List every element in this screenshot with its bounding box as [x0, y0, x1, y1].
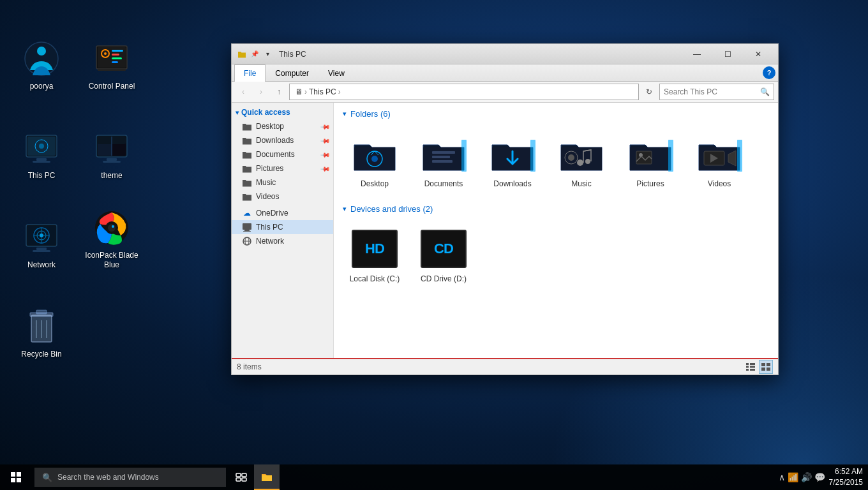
pin-icon4: 📌: [320, 163, 331, 174]
maximize-button[interactable]: ☐: [713, 45, 742, 64]
sidebar-desktop-label: Desktop: [256, 122, 284, 131]
sidebar-item-pictures[interactable]: Pictures 📌: [232, 161, 333, 175]
desktop-folder-icon: [242, 121, 252, 131]
sidebar-item-network[interactable]: Network: [232, 234, 333, 248]
details-view-button[interactable]: [744, 360, 758, 374]
tab-file[interactable]: File: [234, 64, 266, 82]
folder-item-videos[interactable]: Videos: [687, 125, 751, 194]
help-button[interactable]: ?: [763, 66, 775, 79]
tiles-view-button[interactable]: [759, 360, 773, 374]
sidebar-pictures-label: Pictures: [256, 164, 283, 173]
minimize-button[interactable]: —: [682, 45, 712, 64]
desktop-icon-iconpack[interactable]: IconPack Blade Blue: [77, 185, 147, 274]
videos-folder-label: Videos: [708, 179, 731, 188]
start-button[interactable]: [0, 464, 32, 490]
sidebar-downloads-label: Downloads: [256, 136, 294, 145]
sidebar-item-videos[interactable]: Videos: [232, 189, 333, 204]
drive-item-cd[interactable]: CD CD Drive (D:): [412, 220, 475, 289]
sidebar-item-this-pc[interactable]: This PC: [232, 220, 333, 234]
pin-icon3: 📌: [320, 149, 331, 160]
task-view-button[interactable]: [228, 464, 254, 490]
title-bar: 📌 ▾ This PC — ☐ ✕: [232, 44, 778, 64]
folders-header-label: Folders (6): [350, 109, 391, 119]
title-bar-quick-access: 📌 ▾: [237, 49, 273, 59]
pin-icon: 📌: [320, 121, 331, 131]
svg-point-5: [104, 52, 107, 55]
theme-svg: [94, 130, 130, 166]
svg-point-58: [585, 159, 590, 164]
drives-section-header[interactable]: ▾ Devices and drives (2): [343, 204, 769, 214]
volume-tray-icon[interactable]: 🔊: [801, 472, 812, 482]
svg-rect-77: [767, 368, 770, 371]
local-disk-img: HD: [352, 226, 398, 272]
main-area: ▾ Quick access Desktop 📌 Downloads 📌: [232, 103, 778, 358]
desktop-icon-theme[interactable]: theme: [77, 96, 147, 185]
poorya-svg: [24, 41, 59, 77]
desktop-icon-control-panel[interactable]: Control Panel: [77, 6, 147, 96]
desktop-icon-this-pc[interactable]: This PC: [6, 96, 77, 185]
svg-rect-68: [746, 363, 749, 365]
up-button[interactable]: ↑: [271, 84, 287, 100]
network-tray-icon[interactable]: 📶: [788, 472, 798, 482]
folder-item-documents[interactable]: Documents: [412, 125, 475, 194]
sidebar-quick-access-header[interactable]: ▾ Quick access: [232, 105, 333, 119]
desktop-icon-recycle-bin[interactable]: Recycle Bin: [6, 274, 77, 364]
taskbar-search-bar[interactable]: 🔍 Search the web and Windows: [34, 468, 226, 487]
search-box[interactable]: 🔍: [659, 84, 774, 100]
sidebar-item-onedrive[interactable]: ☁ OneDrive: [232, 206, 333, 220]
back-button[interactable]: ‹: [236, 84, 251, 100]
sidebar-item-downloads[interactable]: Downloads 📌: [232, 133, 333, 147]
drives-header-label: Devices and drives (2): [350, 204, 433, 214]
tray-up-arrow-icon[interactable]: ∧: [779, 472, 785, 482]
desktop-icon-poorya[interactable]: poorya: [6, 6, 77, 96]
recycle-bin-svg: [26, 308, 57, 346]
file-explorer-taskbar-button[interactable]: [254, 464, 280, 490]
svg-rect-83: [242, 473, 246, 477]
tb-pin-icon[interactable]: 📌: [250, 49, 260, 59]
music-folder-label: Music: [571, 179, 591, 188]
svg-rect-55: [461, 140, 467, 172]
tb-folder-icon[interactable]: [237, 49, 247, 59]
system-clock[interactable]: 6:52 AM 7/25/2015: [829, 466, 863, 488]
taskbar-search-icon: 🔍: [42, 473, 52, 482]
network-label: Network: [27, 260, 56, 269]
close-button[interactable]: ✕: [744, 45, 773, 64]
tab-computer[interactable]: Computer: [266, 64, 318, 82]
sidebar-item-desktop[interactable]: Desktop 📌: [232, 119, 333, 133]
svg-rect-52: [432, 151, 455, 154]
svg-point-51: [371, 156, 378, 162]
folder-item-pictures[interactable]: Pictures: [618, 125, 682, 194]
sidebar-item-documents[interactable]: Documents 📌: [232, 147, 333, 161]
drive-item-local-disk[interactable]: HD Local Disk (C:): [343, 220, 407, 289]
sidebar-this-pc-label: This PC: [256, 223, 283, 232]
svg-point-14: [39, 144, 44, 149]
folder-item-desktop[interactable]: Desktop: [343, 125, 407, 194]
message-tray-icon[interactable]: 💬: [814, 472, 825, 482]
folders-section-header[interactable]: ▾ Folders (6): [343, 109, 769, 119]
documents-folder-label: Documents: [424, 179, 463, 188]
pin-icon2: 📌: [320, 135, 331, 145]
svg-rect-44: [243, 223, 251, 230]
desktop-icon-network[interactable]: Network: [6, 185, 77, 274]
folder-item-downloads[interactable]: Downloads: [481, 125, 544, 194]
refresh-button[interactable]: ↻: [641, 84, 657, 100]
videos-folder-icon: [242, 191, 252, 202]
documents-folder-icon: [242, 149, 252, 160]
svg-point-36: [112, 225, 114, 228]
path-separator2: ›: [338, 87, 341, 96]
sidebar-item-music[interactable]: Music: [232, 175, 333, 189]
svg-point-61: [568, 154, 574, 161]
svg-rect-46: [243, 231, 251, 232]
forward-button[interactable]: ›: [253, 84, 269, 100]
videos-folder-img: [696, 131, 742, 177]
folder-item-music[interactable]: Music: [550, 125, 613, 194]
address-path[interactable]: 🖥 › This PC ›: [289, 84, 639, 100]
tb-down-icon[interactable]: ▾: [262, 49, 273, 59]
svg-rect-73: [750, 369, 755, 371]
tab-view[interactable]: View: [318, 64, 354, 82]
svg-point-1: [37, 47, 46, 56]
chevron-down-icon: ▾: [236, 109, 239, 116]
search-input[interactable]: [664, 87, 758, 96]
view-icons: [744, 360, 773, 374]
recycle-bin-label: Recycle Bin: [21, 350, 61, 359]
